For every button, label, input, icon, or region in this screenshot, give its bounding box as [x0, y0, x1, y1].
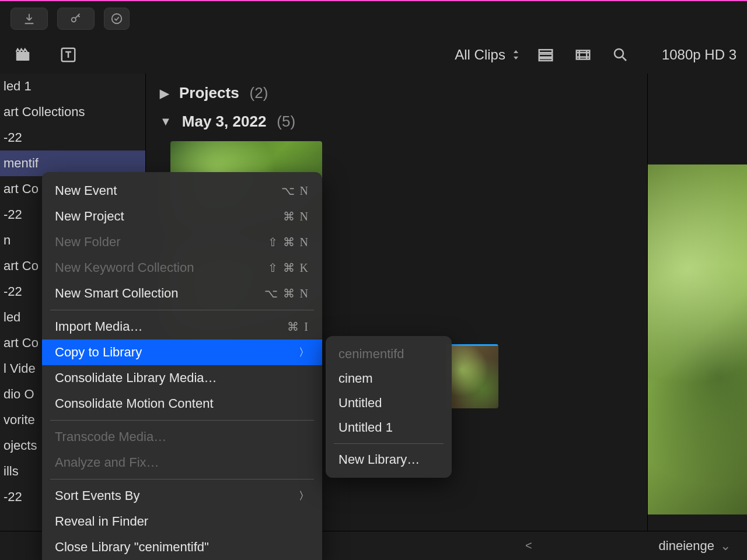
menu-shortcut: ⇧ ⌘ K	[268, 261, 309, 275]
history-back-button[interactable]: <	[525, 539, 532, 552]
event-row[interactable]: ▼May 3, 2022(5)	[160, 113, 633, 131]
menu-item-label: New Event	[55, 183, 117, 198]
clapper-icon	[14, 46, 32, 64]
submenu-item: cenimentifd	[326, 342, 452, 366]
copy-to-library-submenu: cenimentifdcinemUntitledUntitled 1New Li…	[326, 336, 452, 478]
menu-shortcut: ⌥ N	[281, 184, 309, 198]
sidebar-item[interactable]: led 1	[0, 74, 145, 99]
menu-item-label: New Project	[55, 209, 124, 224]
menu-item: New Keyword Collection⇧ ⌘ K	[42, 255, 322, 281]
keyword-button[interactable]	[57, 8, 95, 30]
menu-item-label: New Keyword Collection	[55, 260, 194, 275]
menu-separator	[50, 420, 314, 421]
menu-item-label: Analyze and Fix…	[55, 455, 159, 470]
menu-item[interactable]: Consolidate Motion Content	[42, 391, 322, 416]
list-view-button[interactable]	[533, 43, 558, 67]
menu-item: New Folder⇧ ⌘ N	[42, 229, 322, 255]
clip-filter-dropdown[interactable]: All Clips	[455, 47, 521, 63]
menu-item[interactable]: Consolidate Library Media…	[42, 365, 322, 391]
submenu-item[interactable]: Untitled 1	[326, 415, 452, 440]
menu-item-label: Import Media…	[55, 319, 142, 334]
up-down-icon	[511, 49, 521, 61]
titles-icon	[60, 46, 77, 64]
event-label: Projects	[179, 84, 239, 102]
chevron-down-icon: ⌄	[720, 538, 731, 554]
menu-separator	[50, 310, 314, 310]
chevron-right-icon: 〉	[299, 345, 309, 359]
menu-item-label: Consolidate Library Media…	[55, 370, 217, 386]
event-label: May 3, 2022	[182, 113, 267, 131]
menu-item-label: Copy to Library	[55, 345, 142, 360]
titles-icon-button[interactable]	[56, 43, 81, 67]
disclosure-triangle-icon[interactable]: ▼	[160, 115, 172, 128]
list-icon	[537, 46, 554, 64]
library-icon-button[interactable]	[11, 43, 35, 67]
context-menu: New Event⌥ NNew Project⌘ NNew Folder⇧ ⌘ …	[42, 172, 322, 560]
menu-item-label: Reveal in Finder	[55, 514, 148, 529]
event-row[interactable]: ▶Projects(2)	[160, 84, 633, 102]
menu-item[interactable]: New Project⌘ N	[42, 204, 322, 229]
submenu-item[interactable]: Untitled	[326, 391, 452, 415]
svg-rect-7	[577, 51, 590, 60]
disclosure-triangle-icon[interactable]: ▶	[160, 86, 169, 100]
viewer-panel: ⌄	[648, 74, 747, 560]
search-button[interactable]	[608, 43, 633, 67]
menu-item-label: Close Library "cenimentifd"	[55, 540, 209, 555]
chevron-right-icon: 〉	[299, 489, 309, 503]
resolution-label: 1080p HD 3	[662, 47, 736, 63]
submenu-item[interactable]: New Library…	[326, 447, 452, 472]
menu-item[interactable]: Close Library "cenimentifd"	[42, 534, 322, 560]
download-icon	[23, 12, 36, 25]
project-name-dropdown[interactable]: dineienge ⌄	[659, 538, 731, 554]
clip-filter-label: All Clips	[455, 47, 505, 63]
sidebar-item[interactable]: art Collections	[0, 99, 145, 125]
menu-separator	[334, 443, 444, 444]
menu-item-label: Transcode Media…	[55, 429, 166, 444]
filmstrip-view-button[interactable]	[571, 43, 595, 67]
event-count: (2)	[250, 84, 268, 102]
search-icon	[612, 46, 629, 64]
clip-thumbnail[interactable]	[446, 344, 498, 408]
filmstrip-icon	[574, 46, 592, 64]
menu-item-label: Consolidate Motion Content	[55, 396, 214, 411]
svg-point-1	[112, 14, 122, 24]
menu-item-label: New Smart Collection	[55, 286, 179, 301]
import-button[interactable]	[11, 8, 48, 30]
viewer-preview[interactable]	[648, 164, 747, 514]
menu-item: Analyze and Fix…	[42, 450, 322, 475]
svg-rect-2	[16, 52, 30, 61]
svg-point-0	[72, 18, 76, 22]
check-circle-icon	[110, 12, 123, 25]
menu-item: Transcode Media…	[42, 424, 322, 450]
menu-item[interactable]: Sort Events By〉	[42, 483, 322, 509]
menu-item[interactable]: New Event⌥ N	[42, 178, 322, 204]
browser-toolbar: All Clips 1080p HD 3	[0, 36, 747, 74]
menu-shortcut: ⌘ I	[287, 320, 309, 334]
toolbar-top	[0, 1, 747, 36]
svg-point-8	[615, 49, 623, 58]
sidebar-item[interactable]: -22	[0, 125, 145, 150]
menu-item[interactable]: Import Media…⌘ I	[42, 314, 322, 340]
menu-shortcut: ⌘ N	[283, 209, 309, 223]
svg-rect-4	[539, 50, 553, 52]
menu-item-label: Sort Events By	[55, 488, 140, 503]
menu-shortcut: ⌥ ⌘ N	[264, 286, 309, 300]
menu-item[interactable]: New Smart Collection⌥ ⌘ N	[42, 281, 322, 306]
menu-item[interactable]: Copy to Library〉	[42, 340, 322, 365]
menu-shortcut: ⇧ ⌘ N	[268, 235, 309, 249]
svg-rect-5	[539, 54, 553, 57]
menu-item-label: New Folder	[55, 235, 120, 250]
key-icon	[69, 12, 82, 25]
clip-marker	[446, 344, 498, 346]
submenu-item[interactable]: cinem	[326, 366, 452, 391]
event-count: (5)	[277, 113, 295, 131]
background-tasks-button[interactable]	[104, 8, 130, 30]
project-name-label: dineienge	[659, 538, 714, 554]
menu-separator	[50, 479, 314, 480]
menu-item[interactable]: Reveal in Finder	[42, 509, 322, 534]
svg-rect-6	[539, 58, 553, 61]
